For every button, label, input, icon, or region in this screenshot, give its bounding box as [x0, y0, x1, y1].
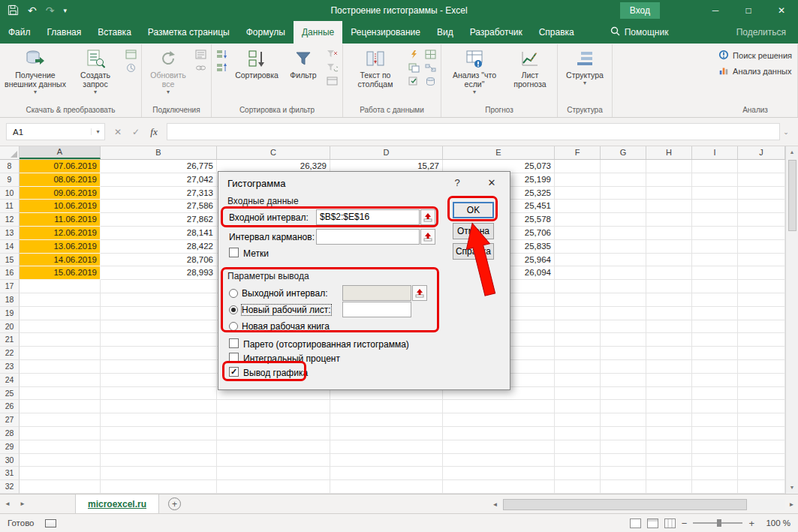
row-header-22[interactable]: 22: [0, 347, 20, 360]
cell-J12[interactable]: [738, 213, 785, 227]
cell-J9[interactable]: [738, 173, 785, 187]
cell-G26[interactable]: [601, 400, 646, 413]
enter-entry-icon[interactable]: ✓: [128, 127, 144, 137]
cell-B28[interactable]: [101, 427, 217, 440]
cell-B29[interactable]: [101, 440, 217, 454]
cell-G14[interactable]: [601, 240, 646, 254]
row-header-20[interactable]: 20: [0, 320, 20, 334]
cell-G32[interactable]: [601, 480, 646, 494]
chart-output-checkbox[interactable]: ✓: [229, 367, 239, 377]
cell-H11[interactable]: [646, 200, 692, 213]
ok-button[interactable]: OK: [453, 202, 494, 218]
consolidate-icon[interactable]: [423, 49, 437, 59]
cell-J24[interactable]: [738, 374, 785, 387]
horizontal-scrollbar[interactable]: ◄ ►: [489, 495, 798, 513]
scroll-down-icon[interactable]: ▼: [790, 482, 795, 494]
cell-F13[interactable]: [555, 227, 601, 240]
clear-filter-icon[interactable]: [325, 49, 339, 59]
cell-A26[interactable]: [20, 400, 101, 413]
save-icon[interactable]: [8, 5, 19, 17]
hscroll-left-icon[interactable]: ◄: [489, 501, 501, 508]
new-worksheet-radio[interactable]: [229, 305, 238, 314]
reapply-filter-icon[interactable]: [325, 62, 339, 73]
cancel-entry-icon[interactable]: ✕: [110, 127, 126, 137]
cell-J28[interactable]: [738, 427, 785, 440]
cell-E29[interactable]: [443, 440, 555, 454]
edit-links-icon[interactable]: [194, 62, 207, 73]
cell-C28[interactable]: [217, 427, 330, 440]
cell-H26[interactable]: [646, 400, 692, 413]
cell-A25[interactable]: [20, 387, 101, 401]
dialog-close-button[interactable]: ✕: [481, 177, 502, 188]
name-box-dropdown-icon[interactable]: ▾: [91, 128, 104, 135]
cell-F15[interactable]: [555, 254, 601, 267]
cell-B30[interactable]: [101, 454, 217, 467]
vertical-scrollbar[interactable]: ▲ ▼: [785, 146, 798, 494]
row-header-13[interactable]: 13: [0, 227, 20, 240]
cell-B9[interactable]: 27,042: [101, 173, 217, 187]
cell-A18[interactable]: [20, 293, 101, 307]
tab-file[interactable]: Файл: [0, 21, 39, 44]
cell-A13[interactable]: 12.06.2019: [20, 227, 101, 240]
cell-A27[interactable]: [20, 413, 101, 427]
cell-B15[interactable]: 28,706: [101, 254, 217, 267]
cell-E31[interactable]: [443, 467, 555, 480]
cell-H18[interactable]: [646, 293, 692, 307]
flash-fill-icon[interactable]: [407, 49, 420, 59]
tab-view[interactable]: Вид: [429, 21, 462, 44]
cell-E30[interactable]: [443, 454, 555, 467]
outline-button[interactable]: Структура ▾: [560, 45, 610, 104]
cell-F29[interactable]: [555, 440, 601, 454]
formula-input[interactable]: [167, 123, 780, 140]
cell-I26[interactable]: [692, 400, 738, 413]
cell-F18[interactable]: [555, 293, 601, 307]
cell-A16[interactable]: 15.06.2019: [20, 266, 101, 280]
cell-B19[interactable]: [101, 307, 217, 320]
cell-D30[interactable]: [330, 454, 443, 467]
cell-I22[interactable]: [692, 347, 738, 360]
row-header-14[interactable]: 14: [0, 240, 20, 254]
cell-G18[interactable]: [601, 293, 646, 307]
cell-A21[interactable]: [20, 333, 101, 347]
cell-F22[interactable]: [555, 347, 601, 360]
output-range-radio[interactable]: [229, 289, 238, 298]
row-header-29[interactable]: 29: [0, 440, 20, 454]
sheet-next-icon[interactable]: ►: [15, 494, 30, 513]
tab-data[interactable]: Данные: [294, 21, 342, 44]
add-sheet-button[interactable]: +: [168, 497, 181, 510]
cell-A15[interactable]: 14.06.2019: [20, 254, 101, 267]
data-analysis-button[interactable]: Анализ данных: [718, 65, 792, 77]
recent-sources-icon[interactable]: [124, 49, 137, 59]
cell-G15[interactable]: [601, 254, 646, 267]
cell-H28[interactable]: [646, 427, 692, 440]
minimize-button[interactable]: ─: [699, 0, 732, 21]
cell-F9[interactable]: [555, 173, 601, 187]
tab-developer[interactable]: Разработчик: [462, 21, 531, 44]
cell-F8[interactable]: [555, 160, 601, 173]
cell-E27[interactable]: [443, 413, 555, 427]
cell-F31[interactable]: [555, 467, 601, 480]
select-all-corner[interactable]: [0, 146, 20, 159]
cell-F11[interactable]: [555, 200, 601, 213]
cell-F23[interactable]: [555, 360, 601, 374]
row-header-16[interactable]: 16: [0, 266, 20, 280]
tab-formulas[interactable]: Формулы: [238, 21, 294, 44]
cell-B24[interactable]: [101, 374, 217, 387]
cell-D27[interactable]: [330, 413, 443, 427]
new-worksheet-field[interactable]: [342, 302, 411, 317]
cell-I28[interactable]: [692, 427, 738, 440]
cell-A14[interactable]: 13.06.2019: [20, 240, 101, 254]
cell-G13[interactable]: [601, 227, 646, 240]
cell-C30[interactable]: [217, 454, 330, 467]
cell-E28[interactable]: [443, 427, 555, 440]
cell-H30[interactable]: [646, 454, 692, 467]
cell-A19[interactable]: [20, 307, 101, 320]
hscroll-right-icon[interactable]: ►: [785, 501, 798, 508]
sheet-prev-icon[interactable]: ◄: [0, 494, 15, 513]
cell-A22[interactable]: [20, 347, 101, 360]
cell-J11[interactable]: [738, 200, 785, 213]
cell-D32[interactable]: [330, 480, 443, 494]
cell-H20[interactable]: [646, 320, 692, 334]
cell-B12[interactable]: 27,862: [101, 213, 217, 227]
cell-H21[interactable]: [646, 333, 692, 347]
